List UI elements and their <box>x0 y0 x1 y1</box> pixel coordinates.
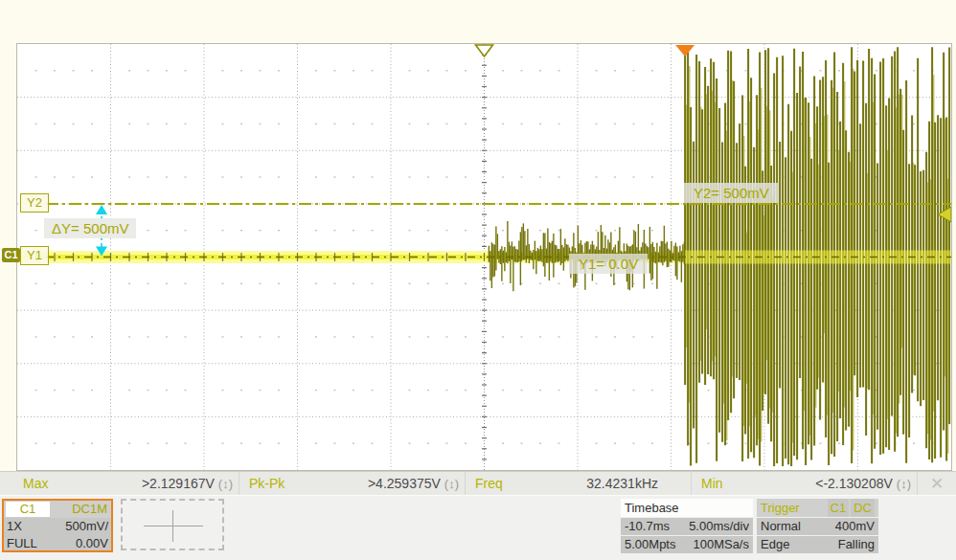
trigger-mode: Normal <box>761 518 801 535</box>
timebase-memdepth: 5.00Mpts <box>625 536 675 553</box>
channel-offset: 0.00V <box>76 535 108 552</box>
channel-scale: 500mV/ <box>65 518 108 535</box>
channel-name-chip[interactable]: C1 <box>6 502 50 517</box>
oscilloscope-screen: Y2 Y1 C1 ΔY= 500mV Y2= 500mV Y1= 0.0V Ma… <box>0 0 956 560</box>
waveform-canvas <box>17 44 951 470</box>
channel-probe: 1X <box>7 518 22 535</box>
cursor-y1-readout: Y1= 0.0V <box>569 254 648 274</box>
measurement-value: >4.259375V <box>368 476 441 491</box>
timebase-title: Timebase <box>621 499 753 517</box>
measurement-value: 32.4231kHz <box>586 476 658 491</box>
trigger-source: C1 <box>828 499 850 517</box>
add-channel-button[interactable] <box>121 499 224 550</box>
trigger-box[interactable]: Trigger C1 DC Normal 400mV Edge Falling <box>757 499 878 552</box>
measurement-max[interactable]: Max >2.129167V (↕) <box>0 472 239 495</box>
trigger-level: 400mV <box>835 518 875 535</box>
measurement-min[interactable]: Min <-2.130208V (↕) <box>691 472 917 495</box>
close-measurements-icon[interactable]: ✕ <box>917 472 956 495</box>
updown-arrow-icon[interactable]: (↕) <box>218 477 233 491</box>
measurement-freq[interactable]: Freq 32.4231kHz <box>465 472 691 495</box>
timebase-box[interactable]: Timebase -10.7ms 5.00ms/div 5.00Mpts 100… <box>621 499 753 552</box>
measurement-label: Min <box>701 476 723 491</box>
measurement-label: Freq <box>475 476 503 491</box>
plus-icon <box>172 510 173 542</box>
measurement-pkpk[interactable]: Pk-Pk >4.259375V (↕) <box>239 472 465 495</box>
cursor-y2-tag[interactable]: Y2 <box>20 193 49 213</box>
channel-position-badge[interactable]: C1 <box>2 248 20 262</box>
cursor-y1-tag[interactable]: Y1 <box>20 246 49 265</box>
trigger-type: Edge <box>761 536 789 553</box>
cursor-y2-readout: Y2= 500mV <box>684 183 779 203</box>
measurement-value: <-2.130208V <box>815 476 893 491</box>
plus-icon <box>144 526 203 526</box>
timebase-delay: -10.7ms <box>625 518 670 535</box>
trigger-coupling: DC <box>851 499 875 517</box>
channel-c1-box[interactable]: C1 DC1M 1X 500mV/ FULL 0.00V <box>2 499 113 552</box>
waveform-display <box>16 43 952 471</box>
measurement-value: >2.129167V <box>142 476 215 491</box>
measurement-label: Pk-Pk <box>249 476 285 491</box>
cursor-delta-readout: ΔY= 500mV <box>44 218 136 238</box>
updown-arrow-icon[interactable]: (↕) <box>444 477 459 491</box>
channel-bandwidth: FULL <box>7 535 37 552</box>
trigger-slope: Falling <box>838 536 875 553</box>
timebase-samplerate: 100MSa/s <box>693 536 749 553</box>
updown-arrow-icon[interactable]: (↕) <box>897 477 911 491</box>
status-bar: C1 DC1M 1X 500mV/ FULL 0.00V Timebase -1… <box>0 496 956 560</box>
measurement-bar: Max >2.129167V (↕) Pk-Pk >4.259375V (↕) … <box>0 471 956 496</box>
measurement-label: Max <box>23 476 48 491</box>
trigger-title: Trigger <box>761 499 800 517</box>
timebase-scale: 5.00ms/div <box>689 518 749 535</box>
channel-coupling: DC1M <box>72 501 111 518</box>
